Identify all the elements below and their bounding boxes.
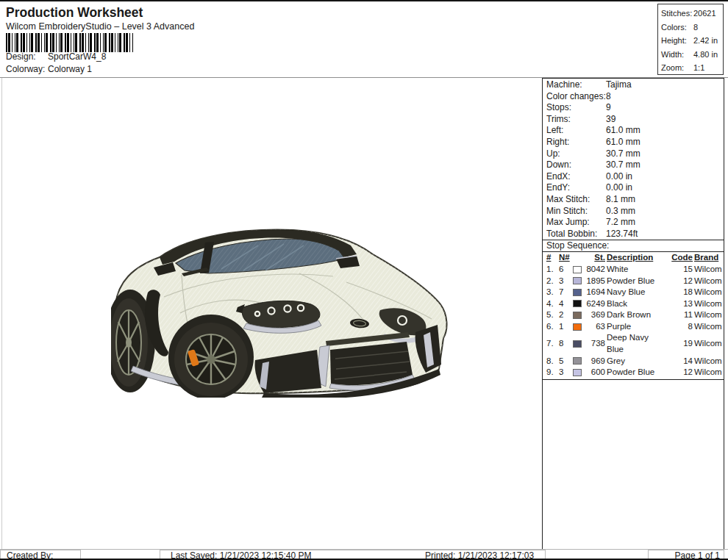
machine-info-row: EndY:0.00 in	[543, 182, 724, 194]
stop-row-needle: 3	[559, 367, 571, 378]
stop-row-description: Grey	[607, 356, 668, 367]
stop-sequence-header-cell: N#	[559, 252, 571, 264]
stat-row: Zoom:1:1	[661, 61, 723, 75]
stop-row-code: 11	[669, 309, 693, 321]
stop-row-brand: Wilcom	[694, 321, 724, 333]
machine-info-label: Max Jump:	[546, 217, 606, 229]
stop-row-description: White	[607, 264, 668, 276]
app-subtitle: Wilcom EmbroideryStudio – Level 3 Advanc…	[6, 21, 194, 32]
stop-row-code: 15	[669, 264, 693, 276]
barcode-image	[6, 33, 134, 52]
stop-row-st: 63	[585, 321, 605, 333]
machine-info-label: Stops:	[546, 102, 606, 114]
stop-row-st: 969	[585, 356, 605, 367]
machine-info-row: Min Stitch:0.3 mm	[543, 206, 724, 218]
machine-info-label: Max Stitch:	[546, 194, 606, 206]
machine-info-row: Trims:39	[543, 114, 724, 126]
thread-color-swatch	[573, 340, 582, 348]
stop-row-code: 12	[669, 276, 693, 287]
stop-row-brand: Wilcom	[694, 367, 724, 378]
colorway-value: Colorway 1	[48, 64, 92, 74]
footer-bar: Created By: Last Saved: 1/21/2023 12:15:…	[0, 549, 728, 560]
stat-value: 20621	[693, 9, 716, 18]
machine-info-value: 0.00 in	[606, 182, 632, 194]
last-saved-text: Last Saved: 1/21/2023 12:15:40 PM	[171, 550, 311, 560]
stop-row-st: 1895	[585, 276, 605, 287]
stop-row-swatch-cell	[573, 266, 584, 273]
stat-value: 1:1	[693, 63, 704, 72]
stop-row-needle: 4	[559, 298, 571, 310]
stop-row-st: 8042	[585, 264, 605, 276]
stop-row-num: 7.	[546, 338, 557, 350]
stat-row: Colors:8	[661, 21, 723, 35]
stop-sequence-header-cell: #	[546, 252, 557, 264]
stop-row-swatch-cell	[573, 357, 584, 365]
stop-row-num: 5.	[546, 309, 557, 321]
stop-row-needle: 6	[559, 264, 571, 276]
stop-row-brand: Wilcom	[694, 338, 724, 350]
machine-info-label: Right:	[546, 137, 606, 148]
stop-row-st: 369	[585, 309, 605, 321]
machine-info-value: 30.7 mm	[606, 148, 640, 160]
stat-value: 4.80 in	[693, 50, 718, 59]
machine-info-label: Machine:	[546, 79, 606, 91]
created-by-field: Created By:	[0, 550, 81, 560]
stop-row-num: 9.	[546, 367, 557, 378]
printed-text: Printed: 1/21/2023 12:17:03 PM	[425, 550, 545, 560]
machine-info-value: 61.0 mm	[606, 125, 640, 137]
stop-row-needle: 2	[559, 309, 571, 321]
stop-row-brand: Wilcom	[694, 356, 724, 367]
timestamps-cell: Last Saved: 1/21/2023 12:15:40 PM Printe…	[160, 550, 546, 560]
production-worksheet-page: Production Worksheet Wilcom EmbroiderySt…	[0, 0, 728, 560]
stop-row-brand: Wilcom	[694, 298, 724, 310]
thread-color-swatch	[573, 369, 582, 376]
stop-sequence-header-cell: Brand	[694, 252, 724, 264]
thread-color-swatch	[573, 266, 582, 273]
stop-sequence-title: Stop Sequence:	[543, 240, 724, 252]
stop-row-num: 4.	[546, 298, 557, 310]
front-wheel	[168, 315, 254, 398]
stop-sequence-header-cell: Code	[669, 252, 693, 264]
stop-sequence-grid: #N#St.DescriptionCodeBrand1.68042White15…	[543, 252, 724, 378]
stop-row-num: 1.	[546, 264, 557, 276]
machine-info-value: 30.7 mm	[606, 159, 640, 171]
machine-info-row: Down:30.7 mm	[543, 159, 724, 171]
stop-row-swatch-cell	[573, 369, 584, 376]
stop-row-description: Navy Blue	[607, 287, 668, 298]
machine-info-label: EndY:	[546, 182, 606, 194]
stop-row-description: Dark Brown	[607, 309, 668, 321]
stop-sequence-header-cell: Description	[607, 252, 668, 264]
stop-row-num: 2.	[546, 276, 557, 287]
page-number: Page 1 of 1	[648, 550, 724, 560]
stop-row-num: 6.	[546, 321, 557, 333]
stop-row-needle: 7	[559, 287, 571, 298]
stat-label: Height:	[661, 34, 693, 48]
design-value: SportCarW4_8	[48, 51, 106, 62]
machine-info-value: 8	[606, 91, 611, 103]
machine-info-row: Machine:Tajima	[543, 79, 724, 91]
stop-row-needle: 1	[559, 321, 571, 333]
stat-row: Width:4.80 in	[661, 48, 723, 62]
machine-info-value: 61.0 mm	[606, 137, 640, 148]
machine-info-row: Right:61.0 mm	[543, 137, 724, 148]
machine-panel: Machine:TajimaColor changes:8Stops:9Trim…	[542, 78, 724, 549]
thread-color-swatch	[573, 312, 582, 319]
machine-info: Machine:TajimaColor changes:8Stops:9Trim…	[543, 79, 724, 240]
stop-row-description: Black	[607, 298, 668, 310]
stop-row-code: 14	[669, 356, 693, 367]
stop-row-swatch-cell	[573, 289, 584, 296]
stat-row: Stitches:20621	[661, 7, 723, 21]
machine-info-label: Trims:	[546, 114, 606, 126]
stop-row-code: 18	[669, 287, 693, 298]
stop-row-needle: 3	[559, 276, 571, 287]
stop-row-brand: Wilcom	[694, 276, 724, 287]
machine-info-row: EndX:0.00 in	[543, 171, 724, 183]
stop-row-swatch-cell	[573, 312, 584, 319]
machine-info-label: Total Bobbin:	[546, 229, 606, 240]
machine-info-value: 0.3 mm	[606, 206, 635, 218]
machine-info-row: Stops:9	[543, 102, 724, 114]
colorway-row: Colorway:Colorway 1	[6, 64, 92, 74]
stop-row-code: 13	[669, 298, 693, 310]
stat-value: 8	[693, 23, 698, 32]
stop-row-num: 8.	[546, 356, 557, 367]
